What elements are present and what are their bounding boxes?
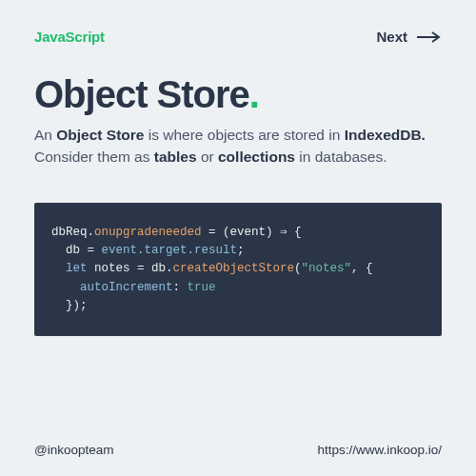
code-tok: db =: [51, 244, 102, 257]
code-tok: , {: [351, 262, 373, 275]
next-link-label: Next: [376, 29, 407, 45]
desc-bold: tables: [154, 149, 197, 165]
desc-seg: or: [197, 149, 218, 165]
code-tok: = (event) ⇒ {: [202, 226, 302, 239]
arrow-right-icon: [417, 31, 442, 43]
code-tok: true: [188, 281, 216, 294]
page-title: Object Store.: [34, 73, 442, 116]
desc-bold: IndexedDB.: [345, 127, 426, 143]
title-dot: .: [249, 73, 259, 115]
desc-seg: Consider them as: [34, 149, 154, 165]
code-tok: (: [294, 262, 302, 275]
desc-seg: An: [34, 127, 56, 143]
code-tok: });: [51, 299, 88, 312]
footer: @inkoopteam https://www.inkoop.io/: [34, 443, 442, 457]
code-tok: event.target.result: [102, 244, 238, 257]
next-link[interactable]: Next: [376, 29, 442, 45]
footer-handle[interactable]: @inkoopteam: [34, 443, 114, 457]
desc-seg: is where objects are stored in: [144, 127, 344, 143]
description: An Object Store is where objects are sto…: [34, 124, 442, 169]
footer-url[interactable]: https://www.inkoop.io/: [317, 443, 442, 457]
code-tok: "notes": [302, 262, 352, 275]
page-title-text: Object Store: [34, 73, 249, 115]
desc-seg: in databases.: [295, 149, 387, 165]
code-tok: dbReq.: [51, 226, 94, 239]
language-label: JavaScript: [34, 29, 105, 45]
code-tok: createObjectStore: [173, 262, 295, 275]
code-tok: let: [51, 262, 88, 275]
desc-bold: collections: [218, 149, 295, 165]
code-block: dbReq.onupgradeneeded = (event) ⇒ { db =…: [34, 203, 442, 337]
code-tok: notes = db.: [88, 262, 173, 275]
top-bar: JavaScript Next: [34, 29, 442, 45]
code-tok: autoIncrement: [51, 281, 173, 294]
code-tok: onupgradeneeded: [94, 226, 202, 239]
desc-bold: Object Store: [56, 127, 144, 143]
code-tok: ;: [237, 244, 245, 257]
code-tok: :: [173, 281, 188, 294]
